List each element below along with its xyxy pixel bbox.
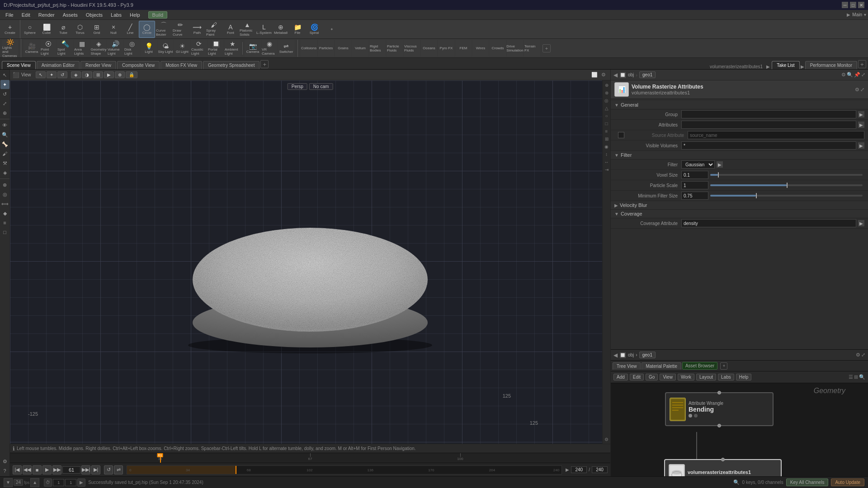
props-path-geo[interactable]: geo1 xyxy=(639,71,656,78)
camera-button[interactable]: No cam xyxy=(309,83,333,90)
keys-search-btn[interactable]: 🔍 xyxy=(733,479,740,485)
tool-pose[interactable]: 🦴 xyxy=(0,140,9,149)
menu-objects[interactable]: Objects xyxy=(82,11,106,19)
section-filter[interactable]: ▼ Filter xyxy=(611,151,868,160)
viewport-header-transform[interactable]: ✦ xyxy=(47,71,57,78)
tool-select[interactable]: ↖ xyxy=(0,70,9,80)
param-visible-volumes-input[interactable] xyxy=(681,141,856,150)
tool-caustic-light[interactable]: ⟳Caustic Light xyxy=(191,40,207,57)
tool-sculpt[interactable]: ⚒ xyxy=(0,159,9,168)
param-coverage-attr-expand[interactable]: ▶ xyxy=(858,220,864,226)
ng-btn-edit[interactable]: Edit xyxy=(630,374,644,380)
tool-ambient-light[interactable]: ★Ambient Light xyxy=(224,40,241,57)
tool-vellum[interactable]: Vellum xyxy=(352,40,368,57)
vp-lock-btn[interactable]: 🔒 xyxy=(126,71,137,78)
tool-collisions[interactable]: Collisions xyxy=(301,40,317,57)
tool-spiral[interactable]: 🌀 Spiral xyxy=(306,21,322,38)
timeline-ruler[interactable]: 33 67 100 61 xyxy=(10,453,610,463)
ng-btn-labs[interactable]: Labs xyxy=(718,374,734,380)
tool-geometry-shape[interactable]: ◈Geometry Shape xyxy=(90,40,107,57)
viewport-header-select[interactable]: ↖ xyxy=(36,71,46,78)
tool-align[interactable]: ≡ xyxy=(0,218,9,227)
param-source-checkbox[interactable] xyxy=(618,132,624,138)
param-min-filter-input[interactable] xyxy=(681,192,708,200)
ng-btn-help[interactable]: Help xyxy=(736,374,752,380)
tool-camera2[interactable]: 📷Camera xyxy=(245,40,261,57)
tool-fem[interactable]: FEM xyxy=(455,40,472,57)
vp-rt-bottom[interactable]: ⚙ xyxy=(603,436,610,443)
vp-rt-7[interactable]: ≡ xyxy=(603,127,610,135)
frame-input[interactable]: 61 xyxy=(62,466,80,474)
ng-btn-view[interactable]: View xyxy=(660,374,676,380)
tool-switcher[interactable]: ⇌Switcher xyxy=(278,40,294,57)
tool-help-bottom[interactable]: ? xyxy=(0,466,9,475)
transport-prev-key[interactable]: ◀◀ xyxy=(23,465,32,474)
realtime-btn[interactable]: ⏱ xyxy=(44,479,52,487)
frame-range-ruler[interactable]: 0 34 68 102 136 170 204 240 xyxy=(127,465,562,474)
auto-update-btn[interactable]: Auto Update xyxy=(831,479,864,486)
param-coverage-attr-input[interactable] xyxy=(681,219,856,227)
tool-scale[interactable]: ⤢ xyxy=(0,99,9,108)
menu-help[interactable]: Help xyxy=(126,11,144,19)
vp-rt-10[interactable]: ↕ xyxy=(603,150,610,158)
tool-inspect[interactable]: 🔍 xyxy=(0,130,9,139)
tool-drive-simulation[interactable]: Drive Simulation xyxy=(507,40,523,57)
tool-disk-light[interactable]: ◎Disk Light xyxy=(124,40,140,57)
vp-rt-6[interactable]: □ xyxy=(603,120,610,127)
toolbar-add-btn2[interactable]: + xyxy=(542,44,551,52)
transport-stop[interactable]: ■ xyxy=(33,465,42,474)
vp-rt-11[interactable]: ↔ xyxy=(603,158,610,165)
menu-render[interactable]: Render xyxy=(35,11,58,19)
node-attribute-wrangle[interactable]: Attribute Wrangle Bending xyxy=(665,392,774,426)
tool-light[interactable]: 💡Light xyxy=(141,40,157,57)
panel-icon[interactable]: ⬛ xyxy=(13,72,19,78)
frame-start-input2[interactable] xyxy=(53,479,64,486)
vp-rt-4[interactable]: △ xyxy=(603,104,610,112)
tool-portal-light[interactable]: 🔲Portal Light xyxy=(208,40,224,57)
param-particle-scale-slider[interactable] xyxy=(710,184,863,186)
transport-play[interactable]: ▶ xyxy=(42,465,52,474)
viewport-3d[interactable]: -125 125 125 Persp No cam ⊕ ⊗ ◎ △ ○ □ ≡ … xyxy=(10,80,610,444)
props-path-obj[interactable]: obj xyxy=(628,72,634,77)
key-all-channels-btn[interactable]: Key All Channels xyxy=(786,479,829,486)
tool-draw-curve[interactable]: ✏ Draw Curve xyxy=(172,21,189,38)
vp-rt-9[interactable]: ◉ xyxy=(603,143,610,150)
param-filter-dropdown[interactable]: Gaussian Box Blackman xyxy=(681,160,715,169)
tool-crowds[interactable]: Crowds xyxy=(490,40,506,57)
vp-rt-3[interactable]: ◎ xyxy=(603,97,610,104)
tool-file[interactable]: 📁 File xyxy=(289,21,306,38)
tool-grains[interactable]: Grains xyxy=(335,40,351,57)
param-group-expand[interactable]: ▶ xyxy=(858,111,864,117)
tool-dop-network[interactable]: ◈ xyxy=(0,168,9,177)
loop-range-btn[interactable]: ⇌ xyxy=(114,465,123,474)
timeline-ruler-container[interactable]: 33 67 100 61 xyxy=(10,453,610,463)
ng-tab-tree-view[interactable]: Tree View xyxy=(613,362,641,370)
transport-start[interactable]: |◀ xyxy=(13,465,22,474)
tool-rotate[interactable]: ↺ xyxy=(0,89,9,99)
param-group-input[interactable] xyxy=(681,110,856,118)
tool-sky-light[interactable]: 🌤Sky Light xyxy=(157,40,174,57)
tab-add-button-left[interactable]: + xyxy=(260,60,269,68)
vp-rt-1[interactable]: ⊕ xyxy=(603,81,610,89)
vp-grid-btn[interactable]: ⊞ xyxy=(93,71,103,78)
vp-rt-8[interactable]: ⊞ xyxy=(603,135,610,142)
ng-nav-back[interactable]: ◀ xyxy=(613,352,618,358)
menu-edit[interactable]: Edit xyxy=(18,11,34,19)
param-min-filter-slider[interactable] xyxy=(710,195,863,197)
tool-null[interactable]: × Null xyxy=(105,21,122,38)
tool-gi-light[interactable]: ☀GI Light xyxy=(174,40,190,57)
tool-camera[interactable]: 🎥Camera xyxy=(24,40,40,57)
persp-button[interactable]: Persp xyxy=(288,83,307,90)
vp-rt-2[interactable]: ⊗ xyxy=(603,89,610,96)
tool-volume-light[interactable]: 🔊Volume Light xyxy=(107,40,123,57)
tab-scene-view[interactable]: Scene View xyxy=(2,61,36,69)
tool-font[interactable]: A Font xyxy=(222,21,239,38)
node-settings-btn[interactable]: ⚙ xyxy=(855,87,859,93)
ng-grid-view-btn[interactable]: ⊞ xyxy=(854,374,858,380)
frame-total-input[interactable] xyxy=(592,466,608,473)
ng-btn-work[interactable]: Work xyxy=(678,374,694,380)
tool-paint[interactable]: 🖌 xyxy=(0,149,9,158)
tool-vr-camera[interactable]: ◉VR Camera xyxy=(261,40,278,57)
tool-wires[interactable]: Wires xyxy=(472,40,489,57)
section-general[interactable]: ▼ General xyxy=(611,101,868,109)
